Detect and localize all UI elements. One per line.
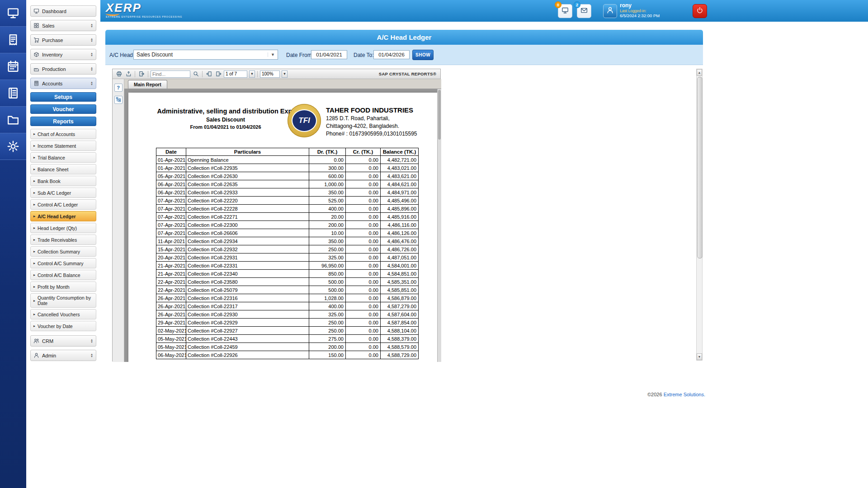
- user-avatar-button[interactable]: [603, 4, 617, 18]
- ledger-cell: 0.00: [346, 335, 381, 343]
- ac-head-label: A/C Head :: [109, 52, 136, 58]
- sidebar-item-accounts[interactable]: Accounts▲▼: [30, 78, 96, 89]
- ledger-row: 26-Apr-2021Collection #Coll-22930325.000…: [156, 310, 419, 319]
- scroll-up-button[interactable]: ▲: [697, 69, 702, 76]
- ledger-cell: 4,585,351.00: [381, 278, 419, 286]
- ac-head-select[interactable]: Sales Discount ▼: [133, 50, 278, 60]
- sidebar-report-cancelled-vouchers[interactable]: ▸Cancelled Vouchers: [30, 309, 96, 319]
- ledger-cell: 0.00: [346, 188, 381, 197]
- sidebar-report-head-ledger-qty[interactable]: ▸Head Ledger (Qty): [30, 223, 96, 233]
- sidebar-section-voucher[interactable]: Voucher: [30, 104, 96, 114]
- content-scrollbar[interactable]: ▲ ▼: [696, 69, 703, 361]
- tab-main-report[interactable]: Main Report: [128, 80, 167, 89]
- sidebar-section-reports[interactable]: Reports: [30, 117, 96, 126]
- export-button[interactable]: [124, 70, 132, 78]
- messages-button[interactable]: 2: [577, 4, 591, 18]
- sidebar-item-inventory[interactable]: Inventory▲▼: [30, 49, 96, 60]
- dashboard-monitor-icon[interactable]: [0, 0, 26, 27]
- sidebar-report-control-a-c-balance[interactable]: ▸Control A/C Balance: [30, 270, 96, 280]
- sidebar-report-balance-sheet[interactable]: ▸Balance Sheet: [30, 164, 96, 174]
- ledger-cell: 4,584,851.00: [381, 270, 419, 278]
- ledger-cell: 1,028.00: [309, 294, 346, 302]
- sidebar-section-setups[interactable]: Setups: [30, 92, 96, 102]
- viewer-scrollbar[interactable]: [437, 89, 441, 362]
- ledger-cell: 525.00: [309, 197, 346, 205]
- sidebar-item-admin[interactable]: Admin▲▼: [30, 350, 96, 361]
- ledger-cell: Collection #Coll-22933: [186, 188, 309, 197]
- logout-power-button[interactable]: [693, 4, 707, 18]
- notifications-button[interactable]: 0: [558, 4, 572, 18]
- sidebar-report-income-statement[interactable]: ▸Income Statement: [30, 141, 96, 151]
- ledger-cell: 4,484,971.00: [381, 188, 419, 197]
- ledger-cell: 0.00: [346, 270, 381, 278]
- page-indicator[interactable]: 1 of 7: [224, 70, 247, 78]
- ledger-cell: 4,587,604.00: [381, 310, 419, 319]
- app-root: DashboardSales▲▼Purchase▲▼Inventory▲▼Pro…: [0, 0, 868, 488]
- ledger-cell: 01-Apr-2021: [156, 156, 186, 164]
- ledger-cell: Collection #Coll-26606: [186, 229, 309, 237]
- date-to-input[interactable]: [373, 50, 410, 59]
- ledger-cell: 22-Apr-2021: [156, 286, 186, 294]
- ledger-cell: 4,486,126.00: [381, 229, 419, 237]
- ledger-cell: 07-Apr-2021: [156, 197, 186, 205]
- purchase-icon: [33, 37, 39, 43]
- ledger-cell: 150.00: [309, 351, 346, 359]
- ledger-cell: 06-Apr-2021: [156, 180, 186, 188]
- ledger-row: 26-Apr-2021Collection #Coll-22317400.000…: [156, 302, 419, 310]
- sales-receipt-icon[interactable]: [0, 27, 26, 53]
- sidebar-report-collection-summary[interactable]: ▸Collection Summary: [30, 246, 96, 257]
- previous-page-button[interactable]: [205, 70, 213, 78]
- ledger-cell: 0.00: [346, 164, 381, 172]
- ledger-cell: Collection #Coll-22271: [186, 213, 309, 221]
- zoom-level[interactable]: 100%: [260, 70, 280, 78]
- ledger-cell: 4,486,476.00: [381, 237, 419, 245]
- report-item-label: Control A/C Ledger: [38, 202, 78, 207]
- print-button[interactable]: [115, 70, 123, 78]
- zoom-dropdown-button[interactable]: ▼: [282, 70, 288, 78]
- sidebar-report-a-c-head-ledger[interactable]: ▸A/C Head Ledger: [30, 211, 96, 221]
- sidebar-item-purchase[interactable]: Purchase▲▼: [30, 34, 96, 46]
- date-from-input[interactable]: [311, 50, 347, 59]
- sidebar-report-chart-of-accounts[interactable]: ▸Chart of Accounts: [30, 129, 96, 139]
- parameter-panel-button[interactable]: ?: [114, 84, 123, 92]
- sidebar-report-voucher-by-date[interactable]: ▸Voucher by Date: [30, 321, 96, 331]
- find-input[interactable]: [151, 70, 190, 78]
- sidebar-report-trade-receivables[interactable]: ▸Trade Receivables: [30, 235, 96, 245]
- sidebar-item-production[interactable]: Production▲▼: [30, 63, 96, 75]
- export-page-button[interactable]: [137, 70, 146, 78]
- sidebar-report-control-a-c-ledger[interactable]: ▸Control A/C Ledger: [30, 199, 96, 210]
- sidebar-item-label: Purchase: [42, 38, 88, 43]
- sidebar-report-trial-balance[interactable]: ▸Trial Balance: [30, 152, 96, 163]
- toolbar-separator: [135, 71, 135, 77]
- sidebar-item-dashboard[interactable]: Dashboard: [30, 5, 96, 17]
- ledger-cell: 4,485,896.00: [381, 205, 419, 213]
- copyright-text: ©2026: [647, 392, 662, 397]
- viewer-scrollbar-thumb[interactable]: [438, 90, 441, 140]
- sidebar-report-sub-a-c-ledger[interactable]: ▸Sub A/C Ledger: [30, 188, 96, 198]
- sidebar-item-crm[interactable]: CRM▲▼: [30, 335, 96, 347]
- sidebar-report-profit-by-month[interactable]: ▸Profit by Month: [30, 282, 96, 292]
- sidebar-report-bank-book[interactable]: ▸Bank Book: [30, 176, 96, 186]
- left-icon-rail: [0, 0, 26, 488]
- sidebar-report-quantity-consumption-by-date[interactable]: ▸Quantity Consumption by Date: [30, 293, 96, 308]
- ledger-cell: 4,588,104.00: [381, 327, 419, 335]
- settings-gear-icon[interactable]: [0, 133, 26, 160]
- folder-icon[interactable]: [0, 107, 26, 133]
- ledger-cell: 500.00: [309, 278, 346, 286]
- page-dropdown-button[interactable]: ▼: [249, 70, 255, 78]
- group-tree-button[interactable]: [114, 96, 123, 104]
- ledger-book-icon[interactable]: [0, 80, 26, 107]
- sidebar-item-sales[interactable]: Sales▲▼: [30, 20, 96, 31]
- report-item-label: Control A/C Balance: [38, 272, 80, 278]
- extreme-solutions-link[interactable]: Extreme Solutions.: [664, 392, 705, 397]
- scroll-down-button[interactable]: ▼: [697, 353, 702, 360]
- find-binoculars-button[interactable]: [192, 70, 200, 78]
- calendar-icon[interactable]: [0, 53, 26, 80]
- expand-arrows-icon: ▲▼: [90, 353, 93, 358]
- next-page-button[interactable]: [214, 70, 222, 78]
- ledger-row: 22-Apr-2021Collection #Coll-25079500.000…: [156, 286, 419, 294]
- sidebar-report-control-a-c-summary[interactable]: ▸Control A/C Summary: [30, 258, 96, 268]
- ledger-cell: 200.00: [309, 343, 346, 351]
- scrollbar-thumb[interactable]: [697, 77, 703, 258]
- show-button[interactable]: SHOW: [412, 50, 434, 60]
